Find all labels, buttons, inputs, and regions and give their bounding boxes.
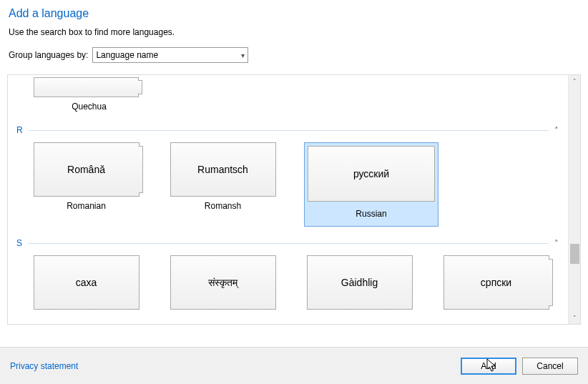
footer-bar: Privacy statement Add Cancel bbox=[0, 347, 588, 384]
group-by-select[interactable]: Language name ▾ bbox=[92, 47, 248, 63]
chevron-up-icon[interactable]: ˄ bbox=[554, 126, 559, 135]
language-tile-romanian[interactable]: Română Romanian bbox=[31, 142, 142, 227]
language-native-label: संस्कृतम् bbox=[208, 277, 237, 289]
language-english-label: Romansh bbox=[205, 201, 241, 211]
scrollbar[interactable]: ˄ ˅ bbox=[568, 75, 580, 324]
language-tile-sakha[interactable]: саха bbox=[31, 255, 142, 310]
language-native-label: Gàidhlig bbox=[341, 277, 378, 288]
section-divider bbox=[28, 243, 549, 244]
chevron-up-icon[interactable]: ˄ bbox=[554, 239, 559, 248]
language-tile-russian-selected[interactable]: русский Russian bbox=[304, 142, 438, 227]
section-divider bbox=[29, 130, 549, 131]
language-tile-quechua[interactable] bbox=[34, 77, 139, 97]
language-english-label: Russian bbox=[356, 209, 386, 223]
scroll-up-icon[interactable]: ˄ bbox=[569, 75, 581, 87]
language-native-label: русский bbox=[353, 168, 389, 179]
section-letter: R bbox=[16, 125, 23, 135]
group-by-label: Group languages by: bbox=[9, 50, 88, 60]
section-letter: S bbox=[16, 238, 22, 248]
group-by-value: Language name bbox=[96, 50, 158, 60]
page-subtitle: Use the search box to find more language… bbox=[9, 27, 579, 37]
scrollbar-thumb[interactable] bbox=[570, 244, 579, 264]
language-tile-romansh[interactable]: Rumantsch Romansh bbox=[167, 142, 278, 227]
language-tile-sanskrit[interactable]: संस्कृतम् bbox=[167, 255, 278, 310]
add-button[interactable]: Add bbox=[461, 358, 516, 375]
section-header-r[interactable]: R ˄ bbox=[16, 125, 563, 135]
language-native-label: Rumantsch bbox=[197, 164, 248, 175]
language-english-label: Romanian bbox=[67, 201, 106, 211]
language-native-label: српски bbox=[481, 277, 511, 288]
section-header-s[interactable]: S ˄ bbox=[16, 238, 563, 248]
language-native-label: саха bbox=[76, 277, 97, 288]
language-list: Quechua R ˄ Română Romanian Rumantsch Ro… bbox=[7, 74, 581, 325]
cancel-button[interactable]: Cancel bbox=[522, 358, 578, 375]
scroll-down-icon[interactable]: ˅ bbox=[569, 312, 581, 324]
language-tile-label: Quechua bbox=[34, 102, 144, 112]
language-tile-serbian[interactable]: српски bbox=[441, 255, 552, 310]
privacy-link[interactable]: Privacy statement bbox=[10, 361, 78, 371]
page-title: Add a language bbox=[9, 7, 579, 20]
chevron-down-icon: ▾ bbox=[241, 51, 245, 59]
language-native-label: Română bbox=[67, 164, 105, 175]
language-tile-gaelic[interactable]: Gàidhlig bbox=[304, 255, 415, 310]
